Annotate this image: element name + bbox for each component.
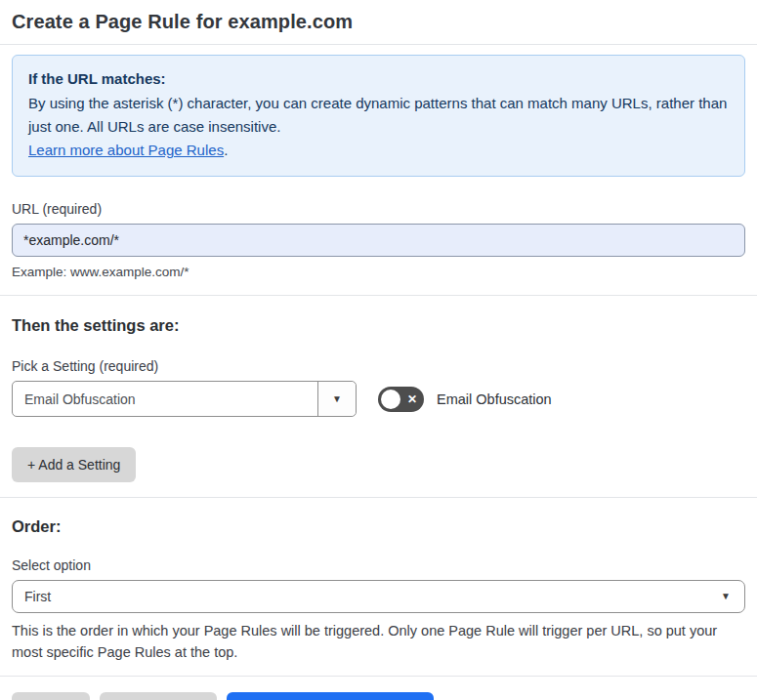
pick-setting-label: Pick a Setting (required) bbox=[12, 358, 745, 374]
page-title: Create a Page Rule for example.com bbox=[0, 0, 757, 33]
url-example-helper: Example: www.example.com/* bbox=[12, 265, 745, 279]
setting-dropdown-value: Email Obfuscation bbox=[13, 382, 317, 416]
info-box-link-line: Learn more about Page Rules. bbox=[28, 139, 729, 162]
order-select[interactable]: First ▼ bbox=[12, 580, 745, 613]
url-match-info-box: If the URL matches: By using the asteris… bbox=[12, 55, 745, 177]
url-field-label: URL (required) bbox=[12, 201, 745, 217]
create-page-rule-panel: Create a Page Rule for example.com If th… bbox=[0, 0, 757, 700]
toggle-off-x-icon: ✕ bbox=[407, 393, 417, 405]
chevron-down-icon: ▼ bbox=[332, 394, 342, 404]
info-box-body: By using the asterisk (*) character, you… bbox=[28, 92, 729, 139]
learn-more-link[interactable]: Learn more about Page Rules bbox=[28, 142, 224, 158]
setting-dropdown-arrow-button[interactable]: ▼ bbox=[317, 382, 356, 416]
footer-divider bbox=[0, 676, 757, 677]
link-suffix: . bbox=[224, 142, 228, 158]
cancel-button[interactable]: Cancel bbox=[12, 692, 90, 700]
order-select-value: First bbox=[24, 589, 51, 604]
setting-row: Email Obfuscation ▼ ✕ Email Obfuscation bbox=[12, 381, 745, 417]
settings-section-divider bbox=[0, 497, 757, 498]
toggle-label: Email Obfuscation bbox=[437, 391, 552, 407]
chevron-down-icon: ▼ bbox=[721, 592, 731, 601]
toggle-knob bbox=[381, 390, 400, 409]
email-obfuscation-toggle[interactable]: ✕ bbox=[378, 387, 424, 412]
url-section-divider bbox=[0, 295, 757, 296]
url-input[interactable] bbox=[12, 224, 745, 257]
settings-section-heading: Then the settings are: bbox=[12, 316, 745, 335]
order-helper-text: This is the order in which your Page Rul… bbox=[12, 620, 745, 663]
info-box-heading: If the URL matches: bbox=[28, 67, 729, 91]
setting-dropdown[interactable]: Email Obfuscation ▼ bbox=[12, 381, 357, 417]
order-section-heading: Order: bbox=[12, 517, 745, 536]
select-option-label: Select option bbox=[12, 557, 745, 573]
add-setting-button[interactable]: + Add a Setting bbox=[12, 447, 136, 482]
title-divider bbox=[0, 44, 757, 45]
save-and-deploy-button[interactable]: Save and Deploy Page Rule bbox=[227, 692, 434, 700]
footer-actions: Cancel Save as Draft Save and Deploy Pag… bbox=[12, 692, 745, 700]
save-as-draft-button[interactable]: Save as Draft bbox=[100, 692, 218, 700]
